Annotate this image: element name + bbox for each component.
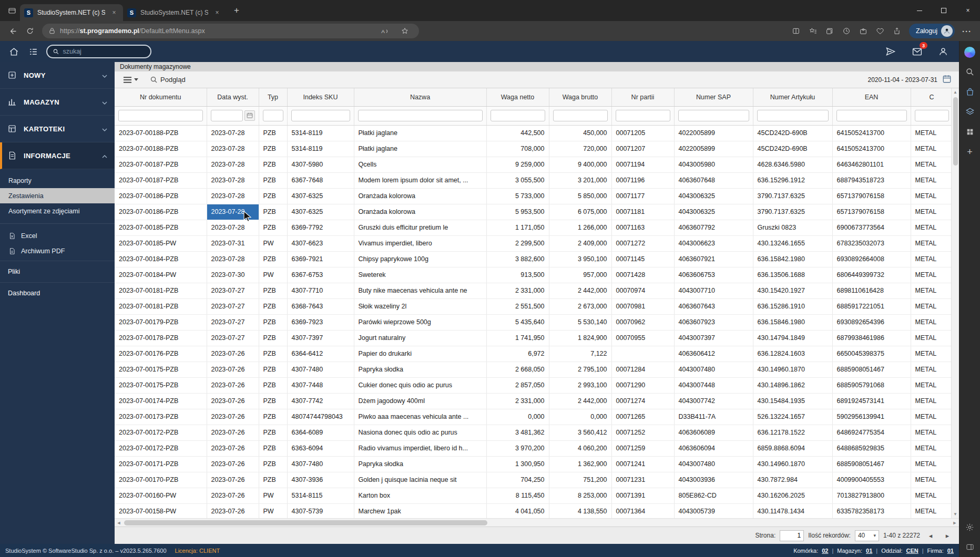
table-cell[interactable]: 2023-07-26 <box>207 362 259 377</box>
table-cell[interactable]: 3 055,500 <box>486 172 549 188</box>
table-cell[interactable]: 4043007397 <box>674 330 753 346</box>
table-cell[interactable]: Oranżada kolorowa <box>354 204 486 220</box>
table-cell[interactable]: 6369-7923 <box>287 314 354 330</box>
table-cell[interactable] <box>611 346 674 362</box>
table-cell[interactable]: 2023-07-31 <box>207 235 259 251</box>
table-cell[interactable]: Jogurt naturalny <box>354 330 486 346</box>
table-cell[interactable]: 430.14960.1870 <box>753 362 832 377</box>
table-cell[interactable]: 2023-07-26 <box>207 409 259 425</box>
table-cell[interactable]: 45CD242D-690B <box>753 141 832 157</box>
column-filter-input[interactable] <box>211 110 243 121</box>
vertical-scrollbar[interactable]: ▲ ▼ <box>951 88 959 518</box>
table-cell[interactable]: 00071364 <box>611 503 674 518</box>
horizontal-scroll-thumb[interactable] <box>124 520 487 525</box>
table-cell[interactable]: 2023-07-00187-PZB <box>115 172 207 188</box>
table-cell[interactable]: Chipsy paprykowe 100g <box>354 251 486 267</box>
table-cell[interactable]: 2023-07-28 <box>207 220 259 235</box>
table-cell[interactable]: 2023-07-00179-PZB <box>115 314 207 330</box>
table-cell[interactable]: 2023-07-28 <box>207 125 259 141</box>
table-cell[interactable]: 2 795,100 <box>549 362 611 377</box>
table-cell[interactable]: 442,500 <box>486 125 549 141</box>
table-cell[interactable]: 00071181 <box>611 204 674 220</box>
table-cell[interactable]: 2023-07-27 <box>207 283 259 298</box>
table-cell[interactable]: METAL <box>911 488 951 503</box>
send-button[interactable] <box>884 45 897 58</box>
menu-toggle-button[interactable] <box>27 45 39 58</box>
table-cell[interactable]: 2023-07-27 <box>207 330 259 346</box>
browser-essentials-button[interactable] <box>872 23 888 39</box>
table-cell[interactable]: 2 857,050 <box>486 377 549 393</box>
share-button[interactable] <box>889 23 905 39</box>
new-tab-button[interactable]: + <box>229 3 244 18</box>
scroll-up-icon[interactable]: ▲ <box>953 88 957 96</box>
table-cell[interactable]: 2023-07-00173-PZB <box>115 409 207 425</box>
column-header-11[interactable]: EAN <box>832 88 911 106</box>
table-cell[interactable]: 4022005899 <box>674 125 753 141</box>
scroll-down-icon[interactable]: ▼ <box>953 510 957 518</box>
table-cell[interactable]: 6367-7648 <box>287 172 354 188</box>
table-cell[interactable]: 6898110616428 <box>832 283 911 298</box>
table-cell[interactable]: 6885905791068 <box>832 377 911 393</box>
table-cell[interactable]: 2023-07-00184-PZB <box>115 251 207 267</box>
table-cell[interactable]: 00071290 <box>611 377 674 393</box>
table-cell[interactable]: 4043005980 <box>674 157 753 172</box>
table-cell[interactable]: 2023-07-00160-PW <box>115 488 207 503</box>
table-cell[interactable]: 4063607792 <box>674 220 753 235</box>
table-cell[interactable]: Cukier donec quis odio ac purus <box>354 377 486 393</box>
table-cell[interactable]: 6364-6089 <box>287 425 354 440</box>
sidebar-item-excel[interactable]: Excel <box>0 228 115 243</box>
favorites-bar-button[interactable] <box>805 23 821 39</box>
table-cell[interactable]: 3 882,600 <box>486 251 549 267</box>
table-cell[interactable]: 6367-6753 <box>287 267 354 283</box>
table-cell[interactable]: 636.12178.1522 <box>753 425 832 440</box>
extensions-button[interactable] <box>855 23 871 39</box>
table-cell[interactable]: Buty nike maecenas vehicula ante ne <box>354 283 486 298</box>
column-filter-input[interactable] <box>291 110 350 121</box>
table-cell[interactable]: 751,200 <box>549 472 611 488</box>
table-cell[interactable]: METAL <box>911 188 951 204</box>
table-cell[interactable]: 00071205 <box>611 125 674 141</box>
table-cell[interactable]: 00071231 <box>611 472 674 488</box>
browser-tab-1[interactable]: S StudioSystem.NET (c) SoftwareSt... × <box>20 4 123 21</box>
table-cell[interactable]: 4063606089 <box>674 425 753 440</box>
table-cell[interactable]: 2023-07-00171-PZB <box>115 456 207 472</box>
column-filter-input[interactable] <box>491 110 545 121</box>
table-cell[interactable]: 2023-07-26 <box>207 503 259 518</box>
table-cell[interactable]: METAL <box>911 440 951 456</box>
table-cell[interactable]: 6363-6094 <box>287 440 354 456</box>
table-cell[interactable]: 4307-6623 <box>287 235 354 251</box>
table-cell[interactable]: 2 442,000 <box>549 283 611 298</box>
table-cell[interactable]: 6650045398375 <box>832 346 911 362</box>
table-cell[interactable]: METAL <box>911 172 951 188</box>
sidebar-item-raporty[interactable]: Raporty <box>0 173 115 188</box>
column-filter-input[interactable] <box>553 110 608 121</box>
table-cell[interactable]: 6364-6412 <box>287 346 354 362</box>
table-cell[interactable]: Płatki jaglane <box>354 141 486 157</box>
shopping-button[interactable] <box>964 86 976 98</box>
table-cell[interactable]: 00071284 <box>611 362 674 377</box>
table-cell[interactable]: PZB <box>259 172 287 188</box>
table-cell[interactable]: 3 201,000 <box>549 172 611 188</box>
table-cell[interactable]: Parówki wieprzowe 500g <box>354 314 486 330</box>
table-cell[interactable]: METAL <box>911 141 951 157</box>
table-cell[interactable]: 6415052413700 <box>832 141 911 157</box>
table-cell[interactable]: 1 824,900 <box>549 330 611 346</box>
table-cell[interactable]: 636.12824.1603 <box>753 346 832 362</box>
table-cell[interactable]: 2023-07-00174-PZB <box>115 393 207 409</box>
table-cell[interactable]: METAL <box>911 330 951 346</box>
column-header-2[interactable]: Data wyst. <box>207 88 259 106</box>
search-input[interactable] <box>63 48 145 55</box>
table-cell[interactable]: 5314-8119 <box>287 125 354 141</box>
table-cell[interactable]: 913,500 <box>486 267 549 283</box>
table-cell[interactable]: 4063606753 <box>674 267 753 283</box>
table-cell[interactable]: METAL <box>911 235 951 251</box>
table-cell[interactable]: 2023-07-00158-PW <box>115 503 207 518</box>
table-cell[interactable]: 430.15484.1935 <box>753 393 832 409</box>
browser-menu-button[interactable]: ··· <box>959 23 975 39</box>
table-cell[interactable]: 00071265 <box>611 409 674 425</box>
table-cell[interactable]: 2023-07-28 <box>207 251 259 267</box>
table-cell[interactable]: 48074744798043 <box>287 409 354 425</box>
table-cell[interactable]: 6885917221051 <box>832 298 911 314</box>
table-cell[interactable]: 00070974 <box>611 283 674 298</box>
table-cell[interactable]: 00071241 <box>611 456 674 472</box>
